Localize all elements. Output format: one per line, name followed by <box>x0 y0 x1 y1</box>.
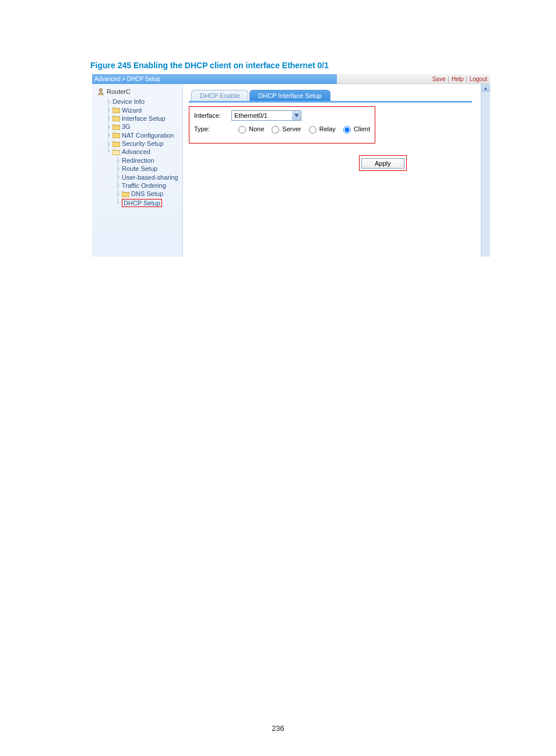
chevron-down-icon <box>292 111 301 120</box>
sidebar-item-label: Traffic Ordering <box>122 182 166 189</box>
top-bar: Advanced > DHCP Setup Save | Help | Logo… <box>92 74 490 84</box>
sidebar: RouterC ├ Device Info ├ Wizard ├ Interfa… <box>92 84 183 257</box>
scrollbar[interactable]: ▴ <box>481 84 490 257</box>
folder-icon <box>112 115 120 121</box>
folder-icon <box>122 191 129 197</box>
radio-none[interactable]: None <box>235 124 264 134</box>
svg-point-0 <box>99 89 102 92</box>
tree-root[interactable]: RouterC <box>92 88 182 96</box>
sidebar-item-label: Route Setup <box>122 165 157 172</box>
separator: | <box>466 76 467 82</box>
folder-icon <box>112 124 120 130</box>
tree-branch: └ <box>115 200 120 206</box>
sidebar-item-nat-configuration[interactable]: ├ NAT Configuration <box>92 131 182 139</box>
sidebar-subitem-traffic-ordering[interactable]: ├ Traffic Ordering <box>92 181 182 190</box>
tree-root-label: RouterC <box>107 88 131 95</box>
sidebar-item-wizard[interactable]: ├ Wizard <box>92 106 182 114</box>
logout-link[interactable]: Logout <box>469 76 487 82</box>
sidebar-item-label: Wizard <box>122 107 142 114</box>
tree-branch: ├ <box>115 157 120 163</box>
sidebar-item-advanced[interactable]: └ Advanced <box>92 148 182 156</box>
sidebar-item-label: 3G <box>122 123 131 130</box>
sidebar-subitem-redirection[interactable]: ├ Redirection <box>92 156 182 164</box>
sidebar-subitem-user-based-sharing[interactable]: ├ User-based-sharing <box>92 173 182 181</box>
tab-dhcp-interface-setup[interactable]: DHCP Interface Setup <box>249 90 330 101</box>
form-row-type: Type: None Server Relay Client <box>194 124 370 134</box>
sidebar-item-3g[interactable]: ├ 3G <box>92 123 182 131</box>
tree-branch: ├ <box>115 174 120 180</box>
apply-button[interactable]: Apply <box>361 158 404 169</box>
folder-icon <box>112 141 120 147</box>
sidebar-subitem-dns-setup[interactable]: ├ DNS Setup <box>92 190 182 198</box>
sidebar-item-label: Interface Setup <box>122 115 166 122</box>
interface-label: Interface: <box>194 112 231 119</box>
radio-relay[interactable]: Relay <box>306 124 336 134</box>
tab-dhcp-enable[interactable]: DHCP Enable <box>191 90 248 101</box>
breadcrumb: Advanced > DHCP Setup <box>92 74 337 84</box>
sidebar-item-label: DNS Setup <box>131 190 163 197</box>
sidebar-subitem-route-setup[interactable]: ├ Route Setup <box>92 164 182 173</box>
folder-icon <box>112 132 120 138</box>
tree-branch: ├ <box>106 99 111 105</box>
separator: | <box>448 76 449 82</box>
type-radio-group: None Server Relay Client <box>235 124 370 134</box>
interface-select-value: Ethernet0/1 <box>234 112 268 119</box>
folder-open-icon <box>112 149 120 155</box>
interface-select[interactable]: Ethernet0/1 <box>231 110 301 121</box>
radio-server[interactable]: Server <box>269 124 301 134</box>
tree-branch: ├ <box>115 191 120 197</box>
tab-underline <box>189 101 472 103</box>
content-area: ▴ DHCP Enable DHCP Interface Setup Inter… <box>183 84 490 257</box>
top-right-links: Save | Help | Logout <box>337 74 490 84</box>
form-row-interface: Interface: Ethernet0/1 <box>194 110 370 121</box>
sidebar-item-label: NAT Configuration <box>122 132 174 139</box>
tree-branch: ├ <box>115 166 120 172</box>
sidebar-item-label-highlight: DHCP Setup <box>122 199 162 207</box>
sidebar-item-label: User-based-sharing <box>122 174 178 181</box>
tree-branch: ├ <box>106 141 111 147</box>
folder-icon <box>112 107 120 113</box>
sidebar-item-device-info[interactable]: ├ Device Info <box>92 97 182 106</box>
save-link[interactable]: Save <box>432 76 446 82</box>
figure-caption: Figure 245 Enabling the DHCP client on i… <box>90 61 329 70</box>
sidebar-item-label: Device Info <box>112 98 145 105</box>
sidebar-item-label: Advanced <box>122 148 150 155</box>
tab-row: DHCP Enable DHCP Interface Setup <box>191 90 490 101</box>
user-icon <box>97 88 105 96</box>
scroll-up-icon[interactable]: ▴ <box>481 84 490 92</box>
sidebar-item-label: Security Setup <box>122 140 164 147</box>
sidebar-subitem-dhcp-setup[interactable]: └ DHCP Setup <box>92 198 182 208</box>
sidebar-item-label: Redirection <box>122 157 154 164</box>
app-frame: Advanced > DHCP Setup Save | Help | Logo… <box>92 74 490 257</box>
apply-highlight: Apply <box>359 155 407 171</box>
tree-branch: ├ <box>106 115 111 121</box>
sidebar-item-security-setup[interactable]: ├ Security Setup <box>92 139 182 148</box>
tree-branch: ├ <box>106 124 111 130</box>
tree-branch: ├ <box>106 132 111 138</box>
radio-client[interactable]: Client <box>340 124 370 134</box>
apply-wrap: Apply <box>359 155 490 171</box>
sidebar-item-interface-setup[interactable]: ├ Interface Setup <box>92 114 182 123</box>
form-box-highlight: Interface: Ethernet0/1 Type: None Server… <box>189 106 375 144</box>
tree-branch: └ <box>106 149 111 155</box>
tree-branch: ├ <box>115 182 120 188</box>
help-link[interactable]: Help <box>452 76 464 82</box>
tree-branch: ├ <box>106 107 111 113</box>
page-number: 236 <box>0 724 556 733</box>
type-label: Type: <box>194 125 212 132</box>
